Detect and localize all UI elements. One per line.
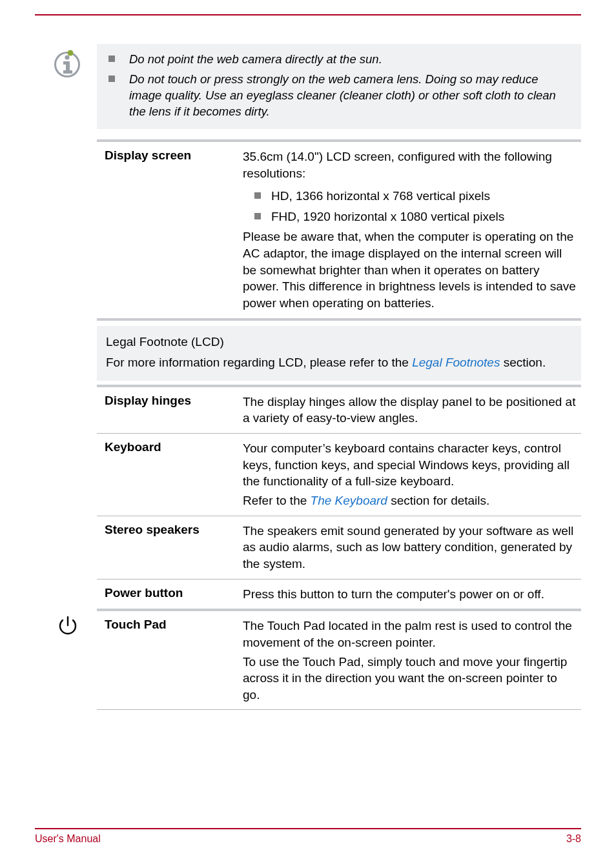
footer-right: 3-8 (566, 833, 581, 845)
touchpad-text-1: The Touch Pad located in the palm rest i… (243, 618, 576, 651)
row-label-display-screen: Display screen (97, 142, 243, 319)
svg-point-2 (65, 55, 69, 59)
legal-footnotes-link[interactable]: Legal Footnotes (412, 356, 500, 369)
row-label-keyboard: Keyboard (97, 434, 243, 516)
square-bullet-icon (254, 213, 261, 219)
note-item: Do not point the web camera directly at … (108, 52, 570, 68)
legal-post: section. (500, 356, 546, 369)
power-icon (57, 614, 79, 636)
row-label-display-hinges: Display hinges (97, 387, 243, 434)
power-text: Press this button to turn the computer's… (243, 586, 576, 603)
keyboard-ref-post: section for details. (387, 494, 489, 507)
note-text: Do not point the web camera directly at … (129, 52, 382, 68)
resolution-text: HD, 1366 horizontal x 768 vertical pixel… (271, 188, 490, 205)
the-keyboard-link[interactable]: The Keyboard (311, 494, 387, 507)
svg-point-6 (68, 50, 74, 56)
touchpad-text-2: To use the Touch Pad, simply touch and m… (243, 654, 576, 703)
bottom-rule (35, 828, 581, 829)
square-bullet-icon (108, 76, 115, 82)
note-text: Do not touch or press strongly on the we… (129, 72, 570, 120)
page-footer: User's Manual 3-8 (35, 828, 581, 845)
stereo-text: The speakers emit sound generated by you… (243, 523, 576, 572)
square-bullet-icon (108, 56, 115, 62)
keyboard-ref-pre: Refer to the (243, 494, 311, 507)
keyboard-text: Your computer’s keyboard contains charac… (243, 440, 576, 490)
spec-table-rest: Display hinges The display hinges allow … (97, 385, 581, 711)
display-screen-intro: 35.6cm (14.0") LCD screen, configured wi… (243, 148, 576, 181)
footer-left: User's Manual (35, 833, 101, 845)
svg-rect-5 (63, 70, 72, 74)
note-item: Do not touch or press strongly on the we… (108, 72, 570, 120)
keyboard-ref: Refer to the The Keyboard section for de… (243, 492, 576, 509)
info-icon (52, 49, 83, 80)
display-screen-note: Please be aware that, when the computer … (243, 228, 576, 311)
resolution-item: HD, 1366 horizontal x 768 vertical pixel… (254, 188, 576, 205)
row-label-stereo-speakers: Stereo speakers (97, 516, 243, 579)
legal-heading: Legal Footnote (LCD) (106, 334, 572, 351)
row-label-touch-pad: Touch Pad (97, 610, 243, 710)
spec-table-display: Display screen 35.6cm (14.0") LCD screen… (97, 139, 581, 321)
legal-body: For more information regarding LCD, plea… (106, 354, 572, 372)
legal-footnote-box: Legal Footnote (LCD) For more informatio… (97, 326, 581, 381)
square-bullet-icon (254, 192, 261, 199)
note-box: Do not point the web camera directly at … (97, 44, 581, 129)
top-rule (35, 14, 581, 15)
resolution-text: FHD, 1920 horizontal x 1080 vertical pix… (271, 208, 504, 225)
row-label-power-button: Power button (97, 579, 243, 610)
legal-pre: For more information regarding LCD, plea… (106, 356, 412, 369)
resolution-item: FHD, 1920 horizontal x 1080 vertical pix… (254, 208, 576, 225)
display-hinges-text: The display hinges allow the display pan… (243, 394, 576, 427)
